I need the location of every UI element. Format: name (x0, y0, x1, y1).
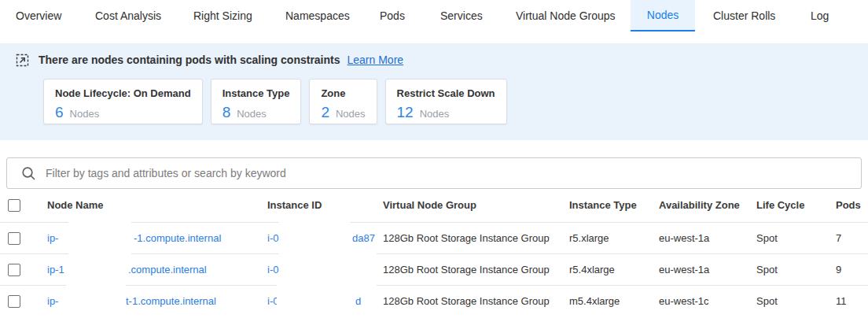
card-instance-type[interactable]: Instance Type 8 Nodes (211, 79, 302, 124)
col-virtual-node-group[interactable]: Virtual Node Group (383, 189, 476, 222)
table-row: ip- t-1.compute.internal i-0 d 128Gb Roo… (0, 285, 868, 316)
nodes-table: Node Name Instance ID Virtual Node Group… (0, 189, 868, 316)
node-name-link[interactable]: t-1.compute.internal (126, 286, 216, 317)
tab-overview[interactable]: Overview (2, 0, 75, 31)
instance-id-link[interactable]: i-0 (267, 223, 278, 254)
cell-pods: 9 (836, 254, 841, 286)
col-availability-zone[interactable]: Availability Zone (659, 189, 740, 222)
tab-services[interactable]: Services (426, 0, 497, 31)
card-unit: Nodes (336, 108, 366, 120)
banner-header: There are nodes containing pods with sca… (16, 50, 868, 69)
scale-out-icon (16, 54, 29, 67)
redaction-overlay (66, 285, 123, 318)
tab-nodes[interactable]: Nodes (631, 0, 695, 31)
node-name-link[interactable]: -1.compute.internal (134, 223, 221, 254)
col-instance-id[interactable]: Instance ID (267, 189, 322, 222)
search-input[interactable] (46, 167, 851, 179)
tab-cost-analysis[interactable]: Cost Analysis (81, 0, 175, 31)
col-pods[interactable]: Pods (836, 189, 861, 222)
card-title: Restrict Scale Down (397, 87, 495, 99)
redaction-overlay (277, 285, 353, 318)
constraint-cards: Node Lifecycle: On Demand 6 Nodes Instan… (43, 79, 507, 124)
cell-pods: 7 (836, 223, 841, 254)
scaling-constraints-banner: There are nodes containing pods with sca… (0, 43, 868, 140)
banner-message: There are nodes containing pods with sca… (39, 54, 340, 66)
col-life-cycle[interactable]: Life Cycle (756, 189, 804, 222)
node-name-link[interactable]: ip- (47, 223, 58, 254)
filter-search[interactable] (6, 157, 862, 189)
redaction-overlay (279, 222, 350, 255)
col-node-name[interactable]: Node Name (47, 189, 104, 222)
table-row: ip-1 .compute.internal i-0 128Gb Root St… (0, 253, 868, 285)
cell-virtual-node-group: 128Gb Root Storage Instance Group (383, 254, 550, 286)
cell-availability-zone: eu-west-1a (659, 254, 709, 286)
row-checkbox[interactable] (8, 264, 20, 276)
cell-life-cycle: Spot (756, 254, 778, 286)
tab-namespaces[interactable]: Namespaces (271, 0, 364, 31)
instance-id-link[interactable]: i-0 (267, 254, 278, 286)
table-header: Node Name Instance ID Virtual Node Group… (0, 189, 868, 222)
instance-id-link[interactable]: da87 (352, 223, 375, 254)
cell-availability-zone: eu-west-1c (659, 286, 709, 317)
tab-bar: Overview Cost Analysis Right Sizing Name… (0, 0, 868, 31)
tab-log[interactable]: Log (796, 0, 843, 31)
node-name-link[interactable]: ip-1 (47, 254, 64, 286)
redaction-overlay (281, 253, 377, 287)
cell-life-cycle: Spot (756, 223, 778, 254)
card-title: Zone (321, 87, 365, 99)
tab-right-sizing[interactable]: Right Sizing (179, 0, 267, 31)
redaction-overlay (71, 253, 126, 287)
table-row: ip- -1.compute.internal i-0 da87 128Gb R… (0, 222, 868, 253)
col-instance-type[interactable]: Instance Type (569, 189, 637, 222)
cell-pods: 11 (836, 286, 847, 317)
row-checkbox[interactable] (8, 232, 20, 245)
cell-instance-type: r5.xlarge (569, 223, 609, 254)
card-unit: Nodes (237, 108, 267, 120)
node-name-link[interactable]: ip- (47, 286, 58, 317)
card-count: 2 (321, 104, 329, 121)
cell-availability-zone: eu-west-1a (659, 223, 709, 254)
card-title: Instance Type (223, 87, 290, 99)
instance-id-link[interactable]: d (355, 286, 361, 317)
tab-cluster-rolls[interactable]: Cluster Rolls (699, 0, 789, 31)
cell-life-cycle: Spot (756, 286, 778, 317)
card-unit: Nodes (70, 108, 100, 120)
cell-virtual-node-group: 128Gb Root Storage Instance Group (383, 286, 550, 317)
card-node-lifecycle[interactable]: Node Lifecycle: On Demand 6 Nodes (43, 79, 203, 124)
node-name-link[interactable]: .compute.internal (128, 254, 207, 286)
card-unit: Nodes (420, 108, 450, 120)
card-count: 6 (55, 104, 64, 121)
learn-more-link[interactable]: Learn More (348, 54, 404, 66)
card-restrict-scale-down[interactable]: Restrict Scale Down 12 Nodes (385, 79, 507, 124)
tab-virtual-node-groups[interactable]: Virtual Node Groups (502, 0, 630, 31)
cell-instance-type: r5.4xlarge (569, 254, 615, 286)
nodes-page: Overview Cost Analysis Right Sizing Name… (0, 0, 868, 318)
card-title: Node Lifecycle: On Demand (55, 87, 191, 99)
search-icon (21, 166, 36, 181)
card-count: 12 (397, 104, 414, 121)
row-checkbox[interactable] (8, 295, 20, 308)
cell-instance-type: m5.4xlarge (569, 286, 620, 317)
card-count: 8 (223, 104, 231, 121)
tab-pods[interactable]: Pods (366, 0, 419, 31)
select-all-checkbox[interactable] (8, 199, 20, 212)
cell-virtual-node-group: 128Gb Root Storage Instance Group (383, 223, 550, 254)
card-zone[interactable]: Zone 2 Nodes (309, 79, 377, 124)
redaction-overlay (68, 222, 131, 255)
